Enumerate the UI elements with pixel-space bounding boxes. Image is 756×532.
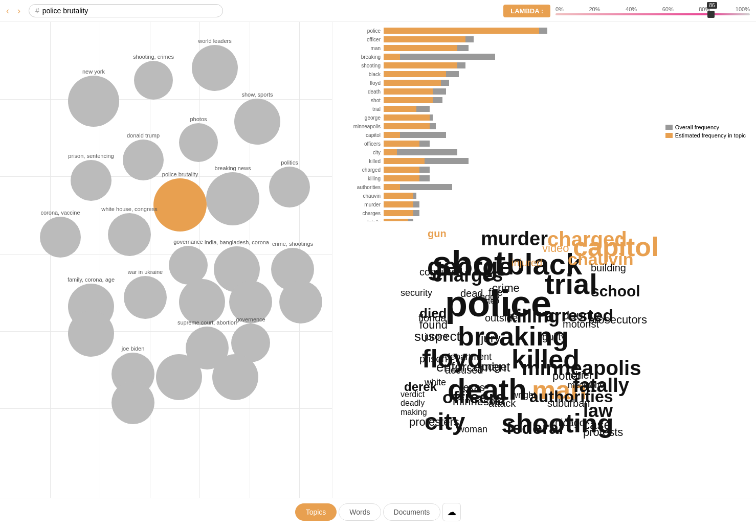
bubble-label-4: show, sports <box>241 91 273 98</box>
bar-label: charges <box>338 211 384 216</box>
word-cloud-word[interactable]: making <box>401 408 427 417</box>
word-cloud-word[interactable]: texas <box>460 382 485 394</box>
topic-bubble-3[interactable] <box>68 76 119 127</box>
bar-estimated <box>384 167 419 173</box>
word-cloud-word[interactable]: suburban <box>547 398 590 409</box>
bar-estimated <box>384 36 465 42</box>
topic-bubble-17[interactable] <box>179 279 225 325</box>
word-cloud-word[interactable]: died <box>419 306 447 321</box>
bar-row: shooting <box>338 62 746 69</box>
word-cloud-word[interactable]: jury <box>481 331 501 345</box>
word-cloud-word[interactable]: murder <box>481 228 548 250</box>
bubble-label-24: joe biden <box>122 345 145 352</box>
word-cloud-word[interactable]: protesters <box>409 415 459 429</box>
topic-bubble-4[interactable] <box>234 99 280 145</box>
bar-label: city <box>338 150 384 155</box>
bar-label: killed <box>338 158 384 164</box>
bar-estimated <box>384 88 433 95</box>
slider-thumb[interactable] <box>707 11 715 18</box>
word-cloud-word[interactable]: building <box>591 262 626 274</box>
word-cloud-word[interactable]: gun <box>428 228 447 240</box>
topic-bubble-11[interactable] <box>108 213 151 256</box>
topic-bubble-7[interactable] <box>71 160 112 201</box>
lambda-slider-container: 0% 20% 40% 60% 80% 100% 86 <box>555 6 750 15</box>
topic-bubble-12[interactable] <box>40 217 81 258</box>
bar-row: breaking <box>338 53 746 60</box>
bar-row: killed <box>338 157 746 165</box>
topic-bubble-1[interactable] <box>192 45 238 91</box>
topic-bubble-8[interactable] <box>269 167 310 207</box>
topic-bubble-6[interactable] <box>123 140 164 180</box>
topic-bubble-19[interactable] <box>279 281 322 323</box>
topic-bubble-26[interactable] <box>212 354 258 400</box>
lambda-slider-track[interactable]: 86 <box>555 13 750 15</box>
bar-container <box>384 210 746 216</box>
word-cloud-word[interactable]: crime <box>492 282 520 295</box>
bar-label: murder <box>338 202 384 207</box>
word-cloud-word[interactable]: video <box>542 242 569 255</box>
word-cloud-word[interactable]: injured <box>512 257 542 269</box>
tab-words[interactable]: Words <box>339 503 381 521</box>
word-cloud-word[interactable]: wright <box>512 390 536 401</box>
bubble-label-13: governance <box>173 239 203 245</box>
word-cloud-word[interactable]: woman <box>458 424 487 435</box>
search-input[interactable] <box>42 7 216 15</box>
word-cloud-word[interactable]: guilty <box>542 331 566 343</box>
bar-container <box>384 54 746 60</box>
topic-bubble-2[interactable] <box>134 61 173 100</box>
slider-labels: 0% 20% 40% 60% 80% 100% <box>555 6 750 12</box>
slider-value: 86 <box>707 2 717 9</box>
bar-container <box>384 106 746 112</box>
word-cloud-word[interactable]: trial <box>545 267 597 300</box>
scale-40: 40% <box>626 6 637 12</box>
bar-row: killing <box>338 175 746 182</box>
bar-row: minneapolis <box>338 123 746 130</box>
topic-bubble-5[interactable] <box>179 123 218 162</box>
bar-label: shooting <box>338 63 384 68</box>
back-button[interactable]: ‹ <box>6 6 9 16</box>
word-cloud-word[interactable]: motorist <box>563 318 599 330</box>
word-cloud-word[interactable]: security <box>401 288 432 298</box>
topic-bubble-23[interactable] <box>68 311 114 357</box>
bar-estimated <box>384 28 539 34</box>
word-cloud-word[interactable]: accused <box>445 364 483 376</box>
bar-estimated <box>384 97 433 103</box>
bubble-label-14: india, bangladesh, corona <box>205 239 269 245</box>
word-cloud-word[interactable]: dead <box>460 288 483 299</box>
word-cloud-word[interactable]: outside <box>485 312 518 324</box>
topic-bubble-25[interactable] <box>156 354 202 400</box>
forward-button[interactable]: › <box>17 6 20 16</box>
word-cloud-word[interactable]: verdict <box>401 390 425 399</box>
word-cloud-word[interactable]: chief <box>570 369 592 381</box>
bar-row: police <box>338 27 746 34</box>
bar-label: george <box>338 115 384 121</box>
lambda-button[interactable]: LAMBDA : <box>503 5 550 17</box>
topic-bubble-27[interactable] <box>112 381 154 424</box>
lambda-section: LAMBDA : 0% 20% 40% 60% 80% 100% 86 <box>503 5 750 17</box>
bar-row: authorities <box>338 183 746 191</box>
bubble-label-11: white house, congress <box>101 206 157 212</box>
word-cloud-word[interactable]: step <box>484 296 499 306</box>
bar-estimated <box>384 123 430 129</box>
word-cloud-word[interactable]: protests <box>583 426 623 439</box>
word-cloud-word[interactable]: prison <box>419 353 447 365</box>
word-cloud-word[interactable]: stone <box>584 381 604 390</box>
scale-100: 100% <box>736 6 750 12</box>
word-cloud-word[interactable]: jurors <box>425 332 448 342</box>
topic-bubble-16[interactable] <box>124 276 167 319</box>
tab-documents[interactable]: Documents <box>383 503 441 521</box>
topic-bubble-9[interactable] <box>206 172 259 225</box>
bubble-label-15: crime, shootings <box>272 241 313 247</box>
bubble-label-16: war in ukraine <box>128 269 163 275</box>
tab-topics[interactable]: Topics <box>295 503 337 521</box>
cloud-download-button[interactable]: ☁ <box>442 503 461 521</box>
bar-container <box>384 141 746 147</box>
topic-bubble-10[interactable] <box>153 178 207 232</box>
word-cloud-word[interactable]: deadly <box>401 399 425 408</box>
word-cloud-word[interactable]: white <box>425 377 446 388</box>
scale-20: 20% <box>589 6 600 12</box>
word-cloud-word[interactable]: department <box>445 352 492 362</box>
word-cloud-word[interactable]: convicted <box>419 266 463 278</box>
word-cloud-word[interactable]: school <box>591 283 640 300</box>
word-cloud-word[interactable]: chicago <box>550 417 585 429</box>
